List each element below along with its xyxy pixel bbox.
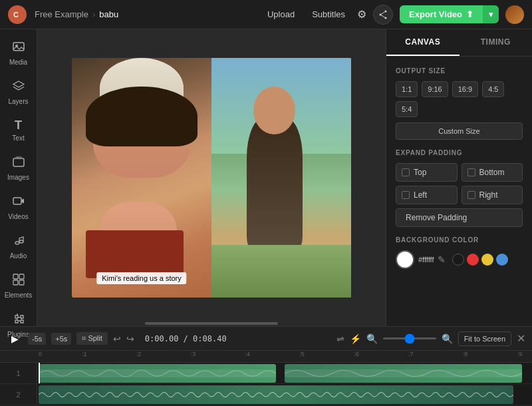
upload-button[interactable]: Upload bbox=[262, 7, 300, 22]
waveform-1 bbox=[39, 364, 276, 383]
tab-canvas[interactable]: CANVAS bbox=[386, 29, 460, 56]
timeline-ruler: 0 :1 :2 :3 :4 :5 :6 :7 :8 :9 bbox=[0, 351, 532, 363]
color-row: #ffffff ✎ bbox=[396, 250, 523, 269]
size-btn-4-5[interactable]: 4:5 bbox=[482, 81, 504, 97]
subtitle-text: Kimi's reading us a story bbox=[102, 274, 181, 282]
size-btn-9-16[interactable]: 9:16 bbox=[422, 81, 448, 97]
padding-right-checkbox[interactable] bbox=[467, 191, 475, 199]
color-dots bbox=[452, 254, 508, 266]
sidebar-item-layers[interactable]: Layers bbox=[2, 74, 35, 110]
timeline-controls: ▶ -5s +5s ⌗ Split ↩ ↪ 0:00.00 / 0:08.40 … bbox=[0, 327, 532, 351]
ruler-tick-9: :9 bbox=[517, 351, 523, 357]
sidebar-label-layers: Layers bbox=[8, 98, 28, 105]
sidebar-label-media: Media bbox=[9, 59, 27, 66]
tracks-area bbox=[37, 363, 532, 405]
sidebar-label-elements: Elements bbox=[5, 292, 33, 299]
export-upload-icon: ⬆ bbox=[466, 9, 473, 19]
size-btn-16-9[interactable]: 16:9 bbox=[452, 81, 478, 97]
audio-waveform bbox=[39, 385, 513, 404]
color-dot-black[interactable] bbox=[452, 254, 464, 266]
padding-top-button[interactable]: Top bbox=[396, 163, 458, 182]
padding-bottom-label: Bottom bbox=[479, 168, 505, 177]
canvas-area[interactable]: Kimi's reading us a story bbox=[37, 29, 386, 326]
ruler-tick-3: :3 bbox=[191, 351, 196, 357]
export-button[interactable]: Export Video ⬆ bbox=[400, 5, 483, 23]
remove-padding-button[interactable]: Remove Padding bbox=[396, 208, 523, 227]
color-dot-red[interactable] bbox=[467, 254, 479, 266]
undo-button[interactable]: ↩ bbox=[113, 333, 121, 344]
svg-rect-8 bbox=[13, 158, 24, 166]
sidebar-label-videos: Videos bbox=[8, 213, 28, 220]
size-btn-5-4[interactable]: 5:4 bbox=[396, 101, 418, 117]
video-clip-2[interactable] bbox=[285, 364, 522, 383]
padding-top-checkbox[interactable] bbox=[402, 168, 410, 176]
layers-icon bbox=[12, 79, 25, 96]
preview-scrollbar[interactable] bbox=[145, 322, 278, 325]
timeline-right-controls: ⇌ ⚡ 🔍 🔍 Fit to Screen ✕ bbox=[336, 331, 525, 346]
breadcrumb-current: babu bbox=[99, 9, 118, 19]
track-label-1: 1 bbox=[0, 363, 37, 384]
split-button[interactable]: ⌗ Split bbox=[76, 332, 107, 345]
svg-point-10 bbox=[15, 242, 19, 244]
color-dot-blue[interactable] bbox=[496, 254, 508, 266]
svg-rect-9 bbox=[13, 198, 21, 204]
app-logo: C bbox=[8, 5, 27, 24]
skip-forward-button[interactable]: +5s bbox=[51, 333, 71, 345]
zoom-in-icon[interactable]: 🔍 bbox=[442, 333, 453, 344]
timeline: ▶ -5s +5s ⌗ Split ↩ ↪ 0:00.00 / 0:08.40 … bbox=[0, 326, 532, 406]
playhead[interactable] bbox=[39, 363, 40, 383]
padding-bottom-button[interactable]: Bottom bbox=[462, 163, 523, 182]
ruler-tick-7: :7 bbox=[408, 351, 414, 357]
padding-left-label: Left bbox=[414, 190, 427, 200]
skip-back-button[interactable]: -5s bbox=[28, 333, 46, 345]
track-labels: 1 2 bbox=[0, 363, 37, 405]
sidebar-label-text: Text bbox=[12, 134, 24, 142]
subtitles-button[interactable]: Subtitles bbox=[307, 7, 350, 22]
sidebar-label-audio: Audio bbox=[10, 252, 27, 260]
size-btn-1-1[interactable]: 1:1 bbox=[396, 81, 418, 97]
zoom-slider[interactable] bbox=[383, 337, 436, 339]
track-row-2 bbox=[37, 384, 532, 405]
time-sep: / bbox=[184, 334, 193, 343]
user-avatar[interactable] bbox=[505, 5, 524, 24]
audio-adjust-icon[interactable]: ⚡ bbox=[350, 333, 361, 344]
sidebar-item-text[interactable]: T Text bbox=[2, 113, 35, 147]
time-display: 0:00.00 / 0:08.40 bbox=[145, 334, 227, 343]
sidebar-item-images[interactable]: Images bbox=[2, 150, 35, 186]
export-btn-group: Export Video ⬆ ▾ bbox=[400, 5, 499, 23]
export-dropdown-button[interactable]: ▾ bbox=[483, 5, 499, 23]
color-swatch-white[interactable] bbox=[396, 250, 414, 269]
ruler-tick-1: :1 bbox=[82, 351, 87, 357]
close-timeline-button[interactable]: ✕ bbox=[517, 332, 525, 345]
eyedropper-icon[interactable]: ✎ bbox=[438, 254, 446, 265]
sidebar-item-videos[interactable]: Videos bbox=[2, 189, 35, 226]
color-dot-yellow[interactable] bbox=[481, 254, 493, 266]
audio-merge-icon[interactable]: ⇌ bbox=[336, 333, 344, 344]
sidebar-item-media[interactable]: Media bbox=[2, 35, 35, 71]
audio-icon bbox=[12, 234, 25, 250]
settings-icon[interactable]: ⚙ bbox=[357, 8, 366, 21]
tab-timing[interactable]: TIMING bbox=[460, 29, 533, 56]
custom-size-button[interactable]: Custom Size bbox=[396, 122, 523, 140]
sidebar-item-audio[interactable]: Audio bbox=[2, 228, 35, 265]
padding-left-checkbox[interactable] bbox=[402, 191, 410, 199]
padding-right-button[interactable]: Right bbox=[462, 186, 523, 204]
share-button[interactable] bbox=[373, 5, 393, 25]
ruler-tick-4: :4 bbox=[245, 351, 250, 357]
play-button[interactable]: ▶ bbox=[7, 331, 23, 347]
top-bar: C Free Example › babu Upload Subtitles ⚙… bbox=[0, 0, 532, 29]
sidebar-item-elements[interactable]: Elements bbox=[2, 268, 35, 304]
fit-screen-button[interactable]: Fit to Screen bbox=[458, 331, 511, 346]
sidebar-label-images: Images bbox=[7, 174, 29, 181]
audio-clip[interactable] bbox=[39, 385, 513, 404]
time-total: 0:08.40 bbox=[193, 334, 227, 343]
padding-bottom-checkbox[interactable] bbox=[467, 168, 475, 176]
svg-line-4 bbox=[380, 11, 386, 15]
redo-button[interactable]: ↪ bbox=[126, 333, 134, 344]
ruler-tick-6: :6 bbox=[354, 351, 359, 357]
breadcrumb-parent[interactable]: Free Example bbox=[35, 9, 88, 19]
zoom-out-icon[interactable]: 🔍 bbox=[366, 333, 378, 344]
video-clip-1[interactable] bbox=[39, 364, 276, 383]
padding-left-button[interactable]: Left bbox=[396, 186, 458, 204]
svg-text:C: C bbox=[13, 11, 19, 19]
